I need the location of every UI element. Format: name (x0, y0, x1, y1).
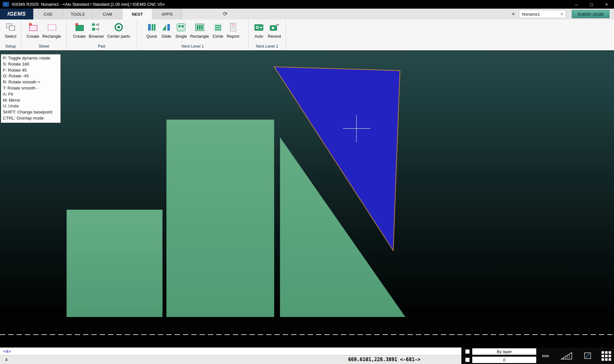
button-label: Rectangle (42, 34, 61, 39)
button-label: Select (5, 34, 16, 39)
hotkey-line: G: Rotate -45 (3, 73, 59, 79)
refresh-icon[interactable]: ⟳ (221, 10, 229, 18)
command-line-row[interactable]: <4> (0, 347, 461, 355)
select-icon (5, 21, 16, 33)
ribbon-empty-space (286, 19, 614, 50)
button-label: Browser (89, 34, 104, 39)
nest-single-button[interactable]: Single (174, 21, 188, 39)
sheet-rectangle-button[interactable]: Rectangle (41, 21, 62, 39)
part-browser-button[interactable]: ×6 ×2 Browser (87, 21, 105, 39)
button-label: Glide (162, 34, 171, 39)
nest-report-button[interactable]: Report (226, 21, 241, 39)
rectangle-nest-icon (194, 21, 205, 33)
part-rectangle-small[interactable] (67, 210, 163, 317)
renest-icon (268, 21, 280, 33)
layer-select[interactable]: By layer (472, 348, 536, 355)
button-label: Single (175, 34, 187, 39)
title-bar: I IGEMS R2025 Noname1 - <Alu Standard / … (0, 0, 614, 9)
igems-logo: IGEMS (0, 9, 33, 19)
select-button[interactable]: Select (4, 21, 18, 39)
svg-text:×6: ×6 (96, 23, 100, 27)
quick-nest-icon (146, 21, 157, 33)
value-input[interactable] (472, 357, 536, 363)
units-label: mm (542, 347, 549, 364)
ribbon-tab-strip: IGEMS CAD TOOLS CAM NEST APPS ⟳ + Noname… (0, 9, 614, 19)
grid-icon[interactable] (601, 351, 612, 363)
hotkey-overlay: P: Toggle dynamic rotate S: Rotate 180 F… (1, 54, 61, 123)
part-create-icon (74, 21, 85, 33)
command-line-value: <4> (3, 349, 11, 354)
renest-button[interactable]: Renest (267, 21, 282, 39)
hotkey-line: S: Rotate 180 (3, 61, 59, 67)
maximize-button[interactable]: □ (584, 0, 599, 9)
minimize-button[interactable]: – (569, 0, 584, 9)
window-title: IGEMS R2025 Noname1 - <Alu Standard / St… (12, 2, 165, 7)
layer-checkbox[interactable] (465, 349, 470, 354)
ribbon-group-label: Sheet (22, 43, 66, 50)
tab-cam[interactable]: CAM (93, 9, 123, 19)
ribbon-group-part: Create ×6 ×2 Browser (67, 19, 137, 50)
post-processor-button[interactable]: SUB3D 20160 (572, 10, 610, 18)
hotkey-line: P: Toggle dynamic rotate (3, 55, 59, 61)
single-nest-icon (175, 21, 187, 33)
hotkey-line: M: Mirror (3, 97, 59, 104)
button-label: Create (27, 34, 39, 39)
drawing-canvas[interactable]: P: Toggle dynamic rotate S: Rotate 180 F… (0, 51, 614, 347)
document-tab-area: + Noname1 × SUB3D 20160 (509, 9, 610, 19)
button-label: Report (227, 34, 239, 39)
ribbon: Select Setup Create (0, 19, 614, 50)
tab-nest[interactable]: NEST (123, 9, 152, 19)
nesting-scene[interactable] (0, 51, 614, 347)
center-parts-icon (113, 21, 124, 33)
close-button[interactable]: × (599, 0, 614, 9)
ribbon-group-label: Nest Level 2 (249, 43, 285, 50)
hotkey-line: F: Rotate 45 (3, 67, 59, 74)
part-browser-icon: ×6 ×2 (91, 21, 102, 33)
center-parts-button[interactable]: Center parts (106, 21, 132, 39)
sheet-create-button[interactable]: Create (25, 21, 40, 39)
ribbon-group-nest-level-1: Quick Glide (137, 19, 249, 50)
ramp-angle-icon[interactable] (560, 351, 573, 362)
tab-apps[interactable]: APPS (152, 9, 182, 19)
tab-tools[interactable]: TOOLS (63, 9, 93, 19)
add-document-button[interactable]: + (509, 11, 517, 18)
cursor-coordinates: 669.6101,228.3891 <-681-> (348, 357, 420, 362)
button-label: Create (73, 34, 85, 39)
hotkey-line: T: Rotate smooth - (3, 85, 59, 91)
ribbon-group-label: Nest Level 1 (138, 43, 248, 50)
edit-box-icon[interactable] (582, 351, 593, 362)
nest-glide-button[interactable]: Glide (159, 21, 173, 39)
command-history-count: 4 (5, 357, 8, 362)
hotkey-line: U: Undo (3, 103, 59, 109)
document-tab-label: Noname1 (522, 12, 540, 17)
nest-circle-button[interactable]: Circle (211, 21, 225, 39)
app-icon: I (3, 2, 9, 7)
sheet-rectangle-icon (46, 21, 58, 33)
hotkey-line: CTRL: Overlap mode (3, 115, 59, 121)
ribbon-group-label: Part (67, 43, 136, 50)
document-tab[interactable]: Noname1 × (519, 10, 566, 18)
window-controls: – □ × (569, 0, 614, 9)
ribbon-group-nest-level-2: Auto Renest Nest Level 2 (249, 19, 286, 50)
button-label: Quick (147, 34, 157, 39)
ribbon-group-label: Setup (1, 43, 20, 50)
part-create-button[interactable]: Create (72, 21, 87, 39)
nest-auto-button[interactable]: Auto (252, 21, 266, 39)
sheet-create-icon (27, 21, 39, 33)
glide-nest-icon (161, 21, 172, 33)
hotkey-line: R: Rotate smooth + (3, 79, 59, 85)
tab-cad[interactable]: CAD (33, 9, 63, 19)
close-document-icon[interactable]: × (561, 12, 563, 17)
hotkey-line: A: Fit (3, 91, 59, 97)
nest-quick-button[interactable]: Quick (145, 21, 159, 39)
nest-rectangle-button[interactable]: Rectangle (189, 21, 210, 39)
status-right-panel: By layer mm (461, 347, 614, 364)
button-label: Circle (212, 34, 223, 39)
value-checkbox[interactable] (465, 358, 470, 362)
button-label: Center parts (107, 34, 130, 39)
report-icon (227, 21, 239, 33)
button-label: Auto (255, 34, 263, 39)
circle-nest-icon (212, 21, 224, 33)
hotkey-line: SHIFT: Change basepoint (3, 109, 59, 115)
part-rectangle-large[interactable] (166, 120, 274, 317)
